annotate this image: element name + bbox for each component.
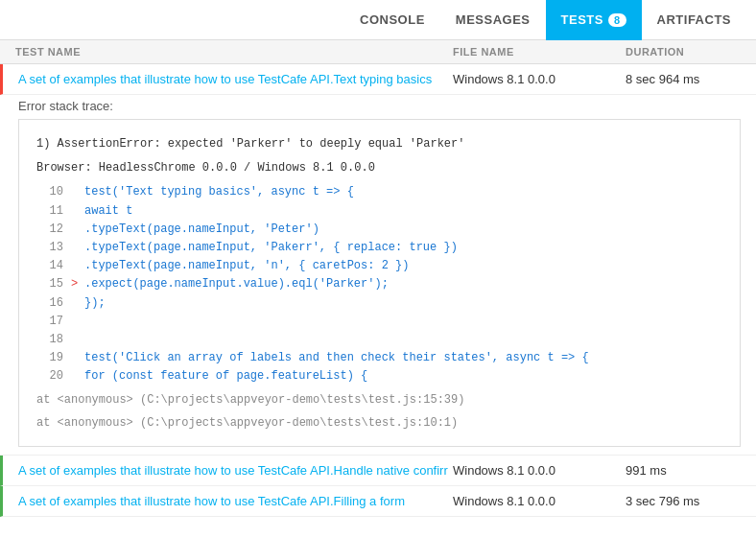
test-duration-2: 991 ms — [626, 463, 741, 478]
line-number: 15 — [36, 275, 63, 293]
line-number: 10 — [36, 183, 63, 201]
test-name-1[interactable]: A set of examples that illustrate how to… — [18, 72, 453, 86]
line-number: 20 — [36, 367, 63, 386]
line-number: 16 — [36, 294, 63, 313]
code-text: test('Text typing basics', async t => { — [84, 183, 354, 201]
test-file-2: Windows 8.1 0.0.0 — [453, 463, 626, 478]
test-row-3: A set of examples that illustrate how to… — [0, 486, 756, 517]
error-browser: Browser: HeadlessChrome 0.0.0 / Windows … — [36, 159, 722, 177]
test-row-2: A set of examples that illustrate how to… — [0, 456, 756, 486]
line-number: 12 — [36, 221, 63, 239]
line-number: 14 — [36, 257, 63, 275]
code-block: 10test('Text typing basics', async t => … — [36, 183, 722, 386]
code-line: 14 .typeText(page.nameInput, 'n', { care… — [36, 257, 722, 275]
code-text: .typeText(page.nameInput, 'n', { caretPo… — [84, 257, 409, 275]
code-line: 18 — [36, 331, 722, 349]
code-line: 11 await t — [36, 202, 722, 221]
test-name-2[interactable]: A set of examples that illustrate how to… — [18, 463, 453, 478]
code-text: .expect(page.nameInput.value).eql('Parke… — [84, 275, 389, 293]
top-navigation: CONSOLE MESSAGES TESTS 8 ARTIFACTS — [0, 0, 756, 40]
messages-label: MESSAGES — [456, 12, 531, 27]
artifacts-label: ARTIFACTS — [657, 12, 731, 27]
code-line: 20 for (const feature of page.featureLis… — [36, 367, 722, 386]
test-file-1: Windows 8.1 0.0.0 — [453, 72, 626, 86]
code-line: 17 — [36, 313, 722, 331]
nav-tests[interactable]: TESTS 8 — [546, 0, 642, 40]
console-label: CONSOLE — [360, 12, 425, 27]
code-text: await t — [84, 202, 132, 221]
code-line: 12 .typeText(page.nameInput, 'Peter') — [36, 221, 722, 239]
code-line: 13 .typeText(page.nameInput, 'Pakerr', {… — [36, 239, 722, 257]
error-assertion: 1) AssertionError: expected 'Parkerr' to… — [36, 135, 722, 153]
line-number: 11 — [36, 202, 63, 221]
nav-artifacts[interactable]: ARTIFACTS — [642, 0, 746, 40]
line-marker: > — [71, 275, 81, 293]
line-number: 19 — [36, 349, 63, 367]
test-name-3[interactable]: A set of examples that illustrate how to… — [18, 494, 453, 508]
test-duration-1: 8 sec 964 ms — [626, 72, 741, 86]
code-text: .typeText(page.nameInput, 'Peter') — [84, 221, 319, 239]
nav-messages[interactable]: MESSAGES — [440, 0, 546, 40]
at-line: at <anonymous> (C:\projects\appveyor-dem… — [36, 414, 722, 433]
code-line: 15> .expect(page.nameInput.value).eql('P… — [36, 275, 722, 293]
at-line: at <anonymous> (C:\projects\appveyor-dem… — [36, 391, 722, 409]
col-test-name: TEST NAME — [15, 46, 453, 58]
at-lines: at <anonymous> (C:\projects\appveyor-dem… — [36, 391, 722, 432]
tests-badge: 8 — [608, 13, 626, 27]
code-text: .typeText(page.nameInput, 'Pakerr', { re… — [84, 239, 458, 257]
table-header: TEST NAME FILE NAME DURATION — [0, 40, 756, 64]
line-number: 13 — [36, 239, 63, 257]
col-duration: DURATION — [626, 46, 741, 58]
line-number: 18 — [36, 331, 63, 349]
error-label: Error stack trace: — [18, 99, 741, 113]
col-file-name: FILE NAME — [453, 46, 626, 58]
nav-console[interactable]: CONSOLE — [344, 0, 440, 40]
code-line: 19test('Click an array of labels and the… — [36, 349, 722, 367]
error-box: 1) AssertionError: expected 'Parkerr' to… — [18, 119, 741, 447]
code-text: test('Click an array of labels and then … — [84, 349, 589, 367]
test-row-1: A set of examples that illustrate how to… — [0, 64, 756, 95]
code-text: for (const feature of page.featureList) … — [84, 367, 367, 386]
test-duration-3: 3 sec 796 ms — [626, 494, 741, 508]
line-number: 17 — [36, 313, 63, 331]
error-section: Error stack trace: 1) AssertionError: ex… — [0, 95, 756, 456]
code-line: 10test('Text typing basics', async t => … — [36, 183, 722, 201]
code-text: }); — [84, 294, 106, 313]
tests-label: TESTS — [561, 12, 603, 27]
code-line: 16}); — [36, 294, 722, 313]
test-file-3: Windows 8.1 0.0.0 — [453, 494, 626, 508]
